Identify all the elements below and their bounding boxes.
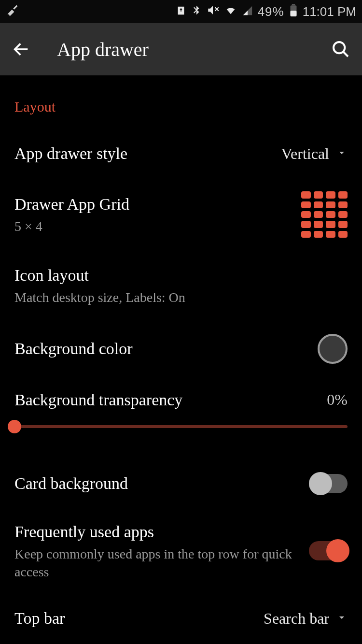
back-button[interactable] [10,38,33,61]
search-button[interactable] [329,38,352,61]
transparency-slider[interactable] [14,418,348,435]
mute-icon [207,4,219,20]
value-app-drawer-style: Vertical [281,145,330,163]
battery-percent: 49% [258,4,284,19]
subtitle-drawer-grid: 5 × 4 [14,218,301,235]
toggle-card-background[interactable] [309,474,348,493]
broom-icon [6,3,19,20]
svg-rect-2 [292,4,295,5]
label-top-bar: Top bar [14,608,264,629]
grid-icon [301,191,348,238]
row-frequent-apps[interactable]: Frequently used apps Keep commonly used … [14,508,348,594]
slider-thumb[interactable] [8,420,21,433]
label-drawer-grid: Drawer App Grid [14,194,301,215]
svg-rect-1 [290,11,296,16]
clock-text: 11:01 PM [303,4,356,19]
wifi-icon [224,4,237,19]
chevron-down-icon [336,612,348,625]
row-card-background[interactable]: Card background [14,459,348,508]
value-background-transparency: 0% [327,391,348,409]
label-background-transparency: Background transparency [14,391,327,409]
svg-point-3 [334,42,345,53]
row-top-bar[interactable]: Top bar Search bar [14,594,348,643]
chevron-down-icon [336,147,348,160]
battery-icon [289,4,298,20]
toggle-frequent-apps[interactable] [309,541,348,560]
signal-icon [242,4,253,19]
settings-list: Layout App drawer style Vertical Drawer … [0,99,362,644]
app-bar: App drawer [0,23,362,75]
subtitle-frequent-apps: Keep commonly used apps in the top row f… [14,545,299,581]
subtitle-icon-layout: Match desktop size, Labels: On [14,289,348,306]
label-frequent-apps: Frequently used apps [14,521,299,543]
label-card-background: Card background [14,473,309,494]
value-top-bar: Search bar [264,610,329,628]
label-background-color: Background color [14,338,318,359]
page-title: App drawer [52,38,310,61]
row-drawer-grid[interactable]: Drawer App Grid 5 × 4 [14,178,348,251]
bluetooth-icon [191,4,202,20]
download-icon [176,4,186,19]
status-bar: 49% 11:01 PM [0,0,362,23]
color-swatch [318,334,348,364]
row-app-drawer-style[interactable]: App drawer style Vertical [14,129,348,178]
row-icon-layout[interactable]: Icon layout Match desktop size, Labels: … [14,251,348,320]
label-icon-layout: Icon layout [14,265,348,286]
label-app-drawer-style: App drawer style [14,143,281,164]
row-background-transparency[interactable]: Background transparency 0% [14,377,348,440]
section-layout: Layout [14,99,348,115]
row-background-color[interactable]: Background color [14,320,348,377]
